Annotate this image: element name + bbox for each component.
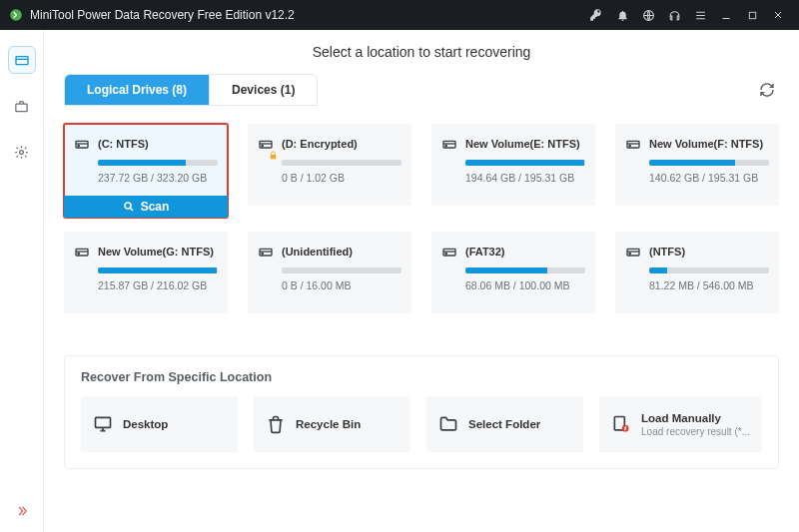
location-card[interactable]: Select Folder	[426, 396, 583, 452]
svg-point-7	[78, 145, 79, 146]
maximize-button[interactable]	[739, 0, 765, 30]
minimize-button[interactable]	[713, 0, 739, 30]
drive-icon	[74, 244, 90, 260]
specific-location-section: Recover From Specific Location DesktopRe…	[64, 355, 779, 469]
headphones-icon[interactable]	[661, 0, 687, 30]
tab-devices[interactable]: Devices (1)	[209, 75, 317, 105]
location-label: Desktop	[123, 418, 168, 430]
drive-card[interactable]: (D: Encrypted)0 B / 1.02 GB	[248, 124, 411, 206]
tab-bar: Logical Drives (8) Devices (1)	[64, 74, 318, 106]
tab-logical-drives[interactable]: Logical Drives (8)	[65, 75, 209, 105]
svg-point-19	[262, 253, 263, 254]
svg-point-8	[125, 203, 131, 209]
drive-name: (C: NTFS)	[98, 138, 149, 150]
recycle-icon	[266, 414, 286, 434]
close-button[interactable]	[765, 0, 791, 30]
drive-icon	[74, 136, 90, 152]
location-label: Select Folder	[468, 418, 540, 430]
usage-bar	[649, 267, 769, 273]
drive-name: (NTFS)	[649, 246, 685, 258]
folder-icon	[438, 414, 458, 434]
drive-size: 194.64 GB / 195.31 GB	[465, 172, 585, 184]
menu-icon[interactable]	[687, 0, 713, 30]
location-card[interactable]: Recycle Bin	[254, 396, 410, 452]
drive-name: (FAT32)	[465, 246, 505, 258]
svg-point-15	[629, 145, 630, 146]
usage-bar	[98, 160, 218, 166]
desktop-icon	[93, 414, 113, 434]
svg-point-17	[78, 253, 79, 254]
app-logo-icon	[8, 7, 24, 23]
drive-size: 68.06 MB / 100.00 MB	[465, 279, 585, 291]
drive-icon	[625, 244, 641, 260]
usage-bar	[649, 160, 769, 166]
page-title: Select a location to start recovering	[64, 44, 779, 60]
drive-card[interactable]: (C: NTFS)237.72 GB / 323.20 GBScan	[64, 124, 228, 218]
svg-rect-4	[16, 104, 27, 112]
expand-sidebar-icon[interactable]	[15, 504, 29, 518]
drive-card[interactable]: New Volume(E: NTFS)194.64 GB / 195.31 GB	[431, 124, 595, 206]
drive-size: 215.87 GB / 216.02 GB	[98, 279, 218, 291]
location-card[interactable]: Desktop	[81, 396, 238, 452]
location-card[interactable]: Load ManuallyLoad recovery result (*...	[599, 396, 762, 452]
svg-point-13	[445, 145, 446, 146]
location-label: Recycle Bin	[296, 418, 361, 430]
sidebar	[0, 30, 44, 532]
lock-icon	[268, 150, 280, 162]
key-icon[interactable]	[583, 0, 609, 30]
location-label: Load Manually	[641, 412, 750, 424]
usage-bar	[282, 267, 401, 273]
drive-icon	[625, 136, 641, 152]
drive-name: New Volume(F: NTFS)	[649, 138, 763, 150]
svg-point-21	[445, 253, 446, 254]
drive-name: (Unidentified)	[282, 246, 353, 258]
drive-size: 81.22 MB / 546.00 MB	[649, 279, 769, 291]
sidebar-item-settings[interactable]	[8, 138, 36, 166]
usage-bar	[465, 160, 585, 166]
drive-name: New Volume(E: NTFS)	[465, 138, 580, 150]
drive-icon	[258, 244, 274, 260]
scan-button[interactable]: Scan	[64, 196, 228, 218]
svg-point-23	[629, 253, 630, 254]
sidebar-item-recover[interactable]	[8, 46, 36, 74]
bell-icon[interactable]	[609, 0, 635, 30]
drive-size: 140.62 GB / 195.31 GB	[649, 172, 769, 184]
window-title: MiniTool Power Data Recovery Free Editio…	[30, 8, 295, 22]
drive-icon	[441, 136, 457, 152]
location-grid: DesktopRecycle BinSelect FolderLoad Manu…	[81, 396, 762, 452]
drive-size: 237.72 GB / 323.20 GB	[98, 172, 218, 184]
svg-point-5	[20, 150, 24, 154]
usage-bar	[98, 267, 218, 273]
globe-icon[interactable]	[635, 0, 661, 30]
drive-grid: (C: NTFS)237.72 GB / 323.20 GBScan(D: En…	[64, 124, 779, 313]
drive-icon	[441, 244, 457, 260]
section-title: Recover From Specific Location	[81, 370, 762, 384]
load-icon	[611, 414, 631, 434]
usage-bar	[282, 160, 401, 166]
svg-rect-11	[271, 155, 277, 159]
location-sub: Load recovery result (*...	[641, 426, 750, 437]
drive-name: New Volume(G: NTFS)	[98, 246, 214, 258]
refresh-button[interactable]	[755, 78, 779, 102]
titlebar: MiniTool Power Data Recovery Free Editio…	[0, 0, 799, 30]
drive-size: 0 B / 16.00 MB	[282, 279, 401, 291]
svg-rect-24	[96, 417, 111, 427]
svg-rect-3	[16, 57, 28, 65]
drive-size: 0 B / 1.02 GB	[282, 172, 401, 184]
drive-card[interactable]: New Volume(F: NTFS)140.62 GB / 195.31 GB	[615, 124, 779, 206]
sidebar-item-toolbox[interactable]	[8, 92, 36, 120]
drive-name: (D: Encrypted)	[282, 138, 358, 150]
svg-point-10	[262, 145, 263, 146]
usage-bar	[465, 267, 585, 273]
drive-card[interactable]: New Volume(G: NTFS)215.87 GB / 216.02 GB	[64, 232, 228, 313]
drive-card[interactable]: (Unidentified)0 B / 16.00 MB	[248, 232, 411, 313]
drive-card[interactable]: (FAT32)68.06 MB / 100.00 MB	[431, 232, 595, 313]
svg-rect-2	[749, 12, 755, 18]
drive-card[interactable]: (NTFS)81.22 MB / 546.00 MB	[615, 232, 779, 313]
main-panel: Select a location to start recovering Lo…	[44, 30, 799, 532]
